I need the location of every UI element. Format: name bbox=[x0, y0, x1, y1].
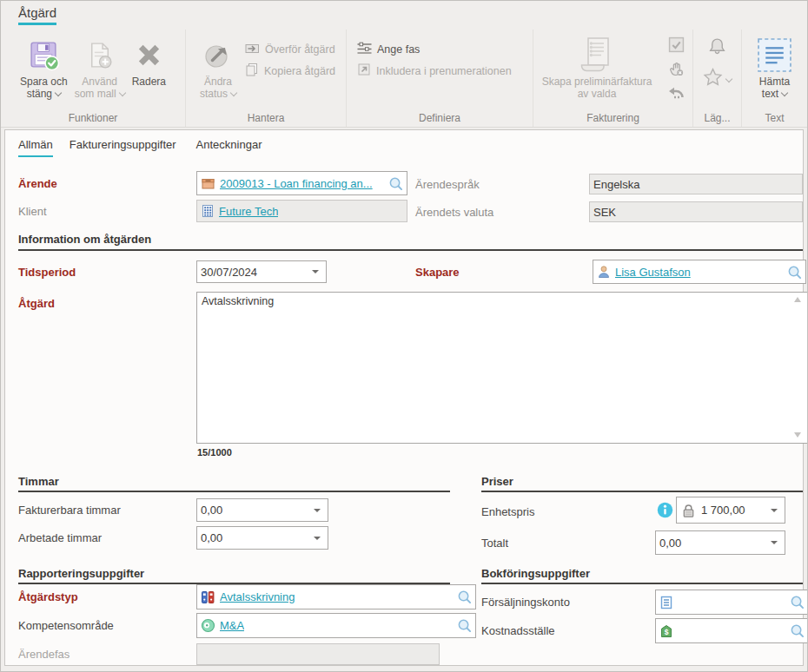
tidsperiod-dropdown[interactable]: 30/07/2024 bbox=[196, 260, 327, 283]
section-timmar-line bbox=[18, 491, 450, 492]
transfer-action-button[interactable]: Överför åtgärd bbox=[245, 38, 335, 60]
ribbon-group-lag: Läg... bbox=[693, 30, 742, 127]
template-label-2: som mall bbox=[75, 88, 116, 100]
ribbon-tab-bar: Åtgärd bbox=[1, 1, 807, 30]
fakturerbara-dropdown[interactable]: 0,00 bbox=[196, 498, 328, 522]
tab-faktureringsuppgifter[interactable]: Faktureringsuppgifter bbox=[70, 138, 176, 157]
kostnad-field[interactable]: $ bbox=[655, 618, 808, 643]
arbetade-dropdown[interactable]: 0,00 bbox=[196, 526, 328, 550]
kompetens-field[interactable]: M&A bbox=[196, 613, 476, 638]
change-status-label-2: status bbox=[200, 88, 228, 100]
change-status-icon bbox=[202, 34, 234, 76]
enhetspris-dropdown[interactable]: 1 700,00 bbox=[676, 497, 785, 524]
save-icon bbox=[28, 34, 60, 76]
ribbon-group-hantera: Ändrastatus Överför åtgärd bbox=[186, 30, 347, 127]
atgardstyp-link[interactable]: Avtalsskrivning bbox=[220, 590, 295, 603]
use-as-template-button[interactable]: Användsom mall bbox=[71, 32, 129, 111]
set-phase-button[interactable]: Ange fas bbox=[357, 38, 512, 60]
scroll-down-icon[interactable] bbox=[794, 432, 801, 438]
change-status-label-1: Ändra bbox=[204, 76, 232, 88]
totalt-dropdown[interactable]: 0,00 bbox=[655, 530, 785, 555]
info-icon[interactable] bbox=[657, 502, 673, 518]
search-icon[interactable] bbox=[790, 595, 805, 609]
change-status-button[interactable]: Ändrastatus bbox=[196, 32, 240, 111]
search-icon[interactable] bbox=[457, 618, 472, 633]
group-label-lag: Läg... bbox=[693, 111, 741, 127]
klient-link[interactable]: Future Tech bbox=[219, 205, 278, 218]
atgard-textarea[interactable]: Avtalsskrivning bbox=[196, 292, 808, 444]
skapare-link[interactable]: Lisa Gustafson bbox=[615, 266, 691, 279]
ribbon-group-definiera: Ange fas Inkludera i prenumerationen Def… bbox=[347, 30, 533, 127]
char-counter: 15/1000 bbox=[197, 447, 232, 458]
include-subscription-button[interactable]: Inkludera i prenumerationen bbox=[357, 60, 512, 82]
klient-field[interactable]: Future Tech bbox=[196, 200, 407, 222]
search-icon[interactable] bbox=[388, 176, 403, 191]
scroll-up-icon[interactable] bbox=[794, 297, 801, 302]
valuta-label: Ärendets valuta bbox=[415, 206, 493, 219]
search-icon[interactable] bbox=[787, 265, 802, 280]
fakturerbara-value: 0,00 bbox=[201, 504, 222, 517]
competence-head-icon bbox=[201, 618, 215, 633]
dropdown-arrow-icon bbox=[314, 537, 321, 540]
arendefas-label: Ärendefas bbox=[18, 648, 70, 661]
svg-text:$: $ bbox=[665, 628, 669, 636]
skapare-field[interactable]: Lisa Gustafson bbox=[593, 260, 806, 284]
search-icon[interactable] bbox=[790, 623, 805, 638]
enhetspris-value: 1 700,00 bbox=[701, 504, 745, 517]
section-information: Information om åtgärden bbox=[18, 233, 151, 246]
checkbox-icon[interactable] bbox=[668, 36, 685, 56]
tab-strip: Allmän Faktureringsuppgifter Anteckninga… bbox=[18, 138, 262, 157]
ribbon-tab-atgard[interactable]: Åtgärd bbox=[18, 5, 56, 25]
ribbon-group-text: Hämtatext Text bbox=[742, 30, 807, 127]
group-label-definiera: Definiera bbox=[347, 111, 533, 127]
undo-icon[interactable] bbox=[667, 85, 685, 103]
create-invoice-label-1: Skapa preliminärfaktura bbox=[542, 76, 652, 88]
cost-center-tag-icon: $ bbox=[659, 624, 673, 638]
save-and-close-button[interactable]: Spara ochstäng bbox=[17, 32, 71, 111]
ribbon-group-fakturering: Skapa preliminärfakturaav valda bbox=[533, 30, 693, 127]
client-building-icon bbox=[201, 204, 215, 218]
section-priser-line bbox=[481, 491, 803, 492]
favorite-star-button[interactable] bbox=[703, 67, 732, 90]
copy-action-button[interactable]: Kopiera åtgärd bbox=[245, 60, 335, 82]
kompetens-link[interactable]: M&A bbox=[220, 619, 244, 632]
arbetade-label: Arbetade timmar bbox=[18, 531, 102, 544]
totalt-label: Totalt bbox=[481, 537, 508, 550]
search-icon[interactable] bbox=[457, 590, 472, 604]
arende-label: Ärende bbox=[18, 177, 57, 190]
kostnad-label: Kostnadsställe bbox=[481, 624, 555, 637]
dropdown-chevron-icon bbox=[781, 89, 788, 96]
dropdown-chevron-icon bbox=[230, 89, 237, 96]
tab-anteckningar[interactable]: Anteckningar bbox=[196, 138, 262, 157]
tab-allman[interactable]: Allmän bbox=[18, 138, 53, 157]
valuta-field: SEK bbox=[589, 201, 803, 222]
totalt-value: 0,00 bbox=[659, 537, 681, 550]
arende-link[interactable]: 2009013 - Loan financing an... bbox=[220, 177, 373, 190]
tidsperiod-label: Tidsperiod bbox=[18, 266, 76, 279]
group-label-text: Text bbox=[742, 111, 807, 127]
arbetade-value: 0,00 bbox=[201, 531, 222, 544]
binders-icon bbox=[201, 590, 215, 604]
konto-field[interactable] bbox=[655, 590, 808, 615]
section-information-line bbox=[18, 249, 803, 251]
section-bokforing-line bbox=[481, 583, 803, 584]
get-text-label-1: Hämta bbox=[759, 76, 790, 88]
get-text-label-2: text bbox=[762, 88, 778, 100]
dropdown-arrow-icon bbox=[771, 509, 778, 512]
dropdown-arrow-icon bbox=[314, 509, 321, 512]
valuta-value: SEK bbox=[593, 206, 616, 219]
atgardstyp-field[interactable]: Avtalsskrivning bbox=[196, 584, 476, 609]
skapare-label: Skapare bbox=[415, 266, 460, 279]
stop-hand-icon[interactable] bbox=[668, 61, 685, 81]
section-rapportering: Rapporteringsuppgifter bbox=[18, 567, 144, 580]
ribbon: Spara ochstäng Användsom mall bbox=[1, 30, 807, 128]
create-draft-invoice-button[interactable]: Skapa preliminärfakturaav valda bbox=[533, 32, 660, 111]
delete-button[interactable]: Radera bbox=[129, 32, 169, 111]
get-text-button[interactable]: Hämtatext bbox=[753, 32, 796, 111]
arende-field[interactable]: 2009013 - Loan financing an... bbox=[196, 171, 407, 195]
phase-sliders-icon bbox=[357, 41, 372, 57]
create-invoice-label-2: av valda bbox=[578, 88, 617, 100]
star-icon bbox=[703, 67, 723, 90]
dropdown-arrow-icon bbox=[771, 541, 778, 544]
bell-icon[interactable] bbox=[707, 36, 727, 60]
